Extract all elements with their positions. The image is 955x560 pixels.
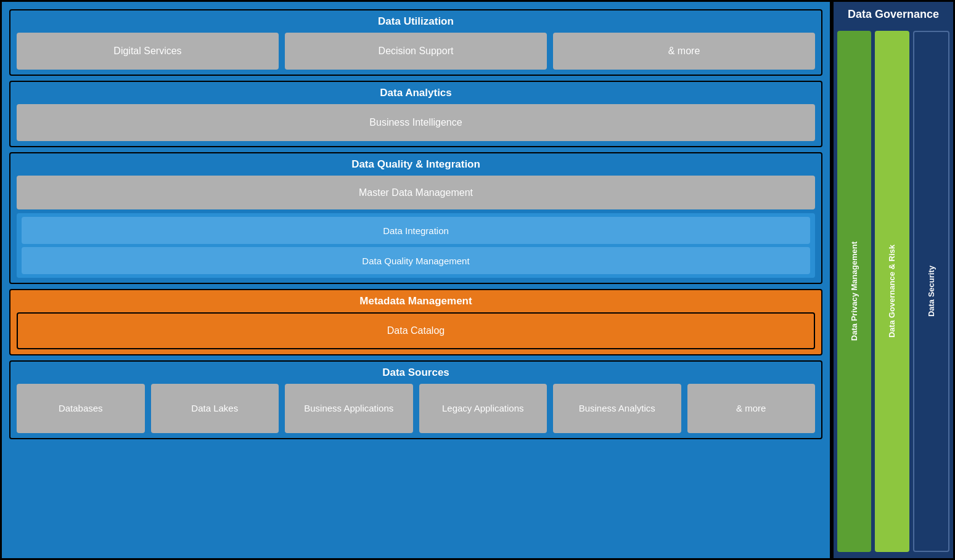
section-analytics: Data Analytics Business Intelligence (9, 81, 822, 147)
sources-boxes: Databases Data Lakes Business Applicatio… (17, 384, 815, 433)
metadata-title: Metadata Management (17, 295, 815, 307)
box-business-applications: Business Applications (285, 384, 413, 433)
sidebar-bar-privacy-label: Data Privacy Management (850, 237, 859, 346)
box-databases: Databases (17, 384, 145, 433)
box-more-utilization: & more (553, 33, 815, 70)
sidebar-bar-security-label: Data Security (927, 261, 936, 322)
main-content: Data Utilization Digital Services Decisi… (0, 0, 832, 560)
sidebar-bar-security: Data Security (913, 31, 949, 552)
box-data-lakes: Data Lakes (151, 384, 279, 433)
box-data-integration: Data Integration (22, 217, 810, 244)
box-data-quality-mgmt: Data Quality Management (22, 247, 810, 274)
sidebar-bar-governance-label: Data Governance & Risk (887, 240, 896, 343)
box-data-catalog: Data Catalog (17, 312, 815, 349)
utilization-title: Data Utilization (17, 15, 815, 28)
section-metadata: Metadata Management Data Catalog (9, 289, 822, 355)
quality-title: Data Quality & Integration (17, 158, 815, 171)
analytics-box-bi: Business Intelligence (17, 104, 815, 141)
sidebar-bar-privacy: Data Privacy Management (837, 31, 871, 552)
sources-title: Data Sources (17, 367, 815, 379)
sidebar-title: Data Governance (848, 8, 939, 21)
sidebar-bars: Data Privacy Management Data Governance … (837, 31, 949, 552)
sidebar-data-governance: Data Governance Data Privacy Management … (832, 0, 955, 560)
section-sources: Data Sources Databases Data Lakes Busine… (9, 360, 822, 439)
box-master-data-mgmt: Master Data Management (17, 176, 815, 209)
quality-inner: Master Data Management Data Integration … (17, 176, 815, 278)
box-business-analytics: Business Analytics (553, 384, 681, 433)
box-digital-services: Digital Services (17, 33, 279, 70)
box-legacy-applications: Legacy Applications (419, 384, 547, 433)
sidebar-bar-governance: Data Governance & Risk (875, 31, 909, 552)
box-decision-support: Decision Support (285, 33, 547, 70)
utilization-boxes: Digital Services Decision Support & more (17, 33, 815, 70)
section-utilization: Data Utilization Digital Services Decisi… (9, 9, 822, 76)
quality-blue-group: Data Integration Data Quality Management (17, 213, 815, 278)
analytics-title: Data Analytics (17, 87, 815, 99)
section-quality: Data Quality & Integration Master Data M… (9, 152, 822, 284)
box-more-sources: & more (687, 384, 816, 433)
